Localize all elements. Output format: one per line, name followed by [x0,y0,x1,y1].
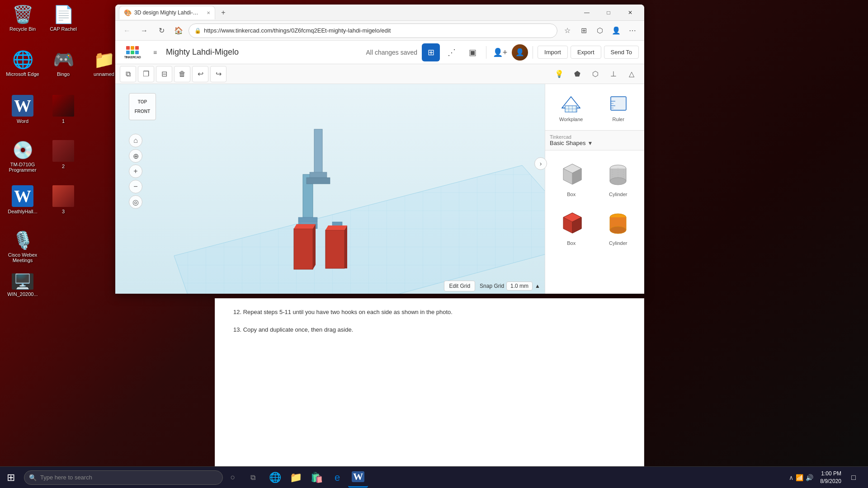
shape-cylinder-gray[interactable]: Cylinder [596,154,641,201]
user-avatar[interactable]: 👤 [512,44,528,61]
network-icon[interactable]: 📶 [796,474,803,481]
export-button[interactable]: Export [571,46,601,59]
desktop-icon-img2[interactable]: 2 [45,140,81,169]
project-name[interactable]: Mighty Lahdi-Migelo [166,47,361,57]
desktop-icon-tm-d710g[interactable]: 💿 TM-D710G Programmer [5,140,41,173]
desktop-icon-word[interactable]: W Word [5,95,41,124]
edge2-icon: e [335,472,340,483]
taskbar-word[interactable]: W [348,468,368,488]
desktop-icon-deathly-hall[interactable]: W DeathlyHall... [5,185,41,214]
undo-button[interactable]: ↩ [192,66,208,82]
box-red-icon [556,207,587,239]
tab-favicon: 🎨 [124,9,132,16]
svg-marker-11 [344,225,347,268]
tinkercad-logo[interactable]: TINKERCAD [121,44,144,61]
close-button[interactable]: ✕ [620,6,641,19]
svg-marker-7 [313,224,316,269]
word-document-panel: 12. Repeat steps 5-11 until you have two… [215,298,644,488]
start-button[interactable]: ⊞ [0,467,22,488]
desktop-icon-img3[interactable]: 3 [45,185,81,214]
clock-date: 8/9/2020 [820,478,841,485]
shape-cylinder-orange[interactable]: Cylinder [596,203,641,250]
desktop-icon-img1[interactable]: 1 [45,95,81,124]
url-bar[interactable]: 🔒 https://www.tinkercad.com/things/0Z6fc… [189,23,557,38]
taskbar-store[interactable]: 🛍️ [307,468,326,488]
taskbar-file-explorer[interactable]: 📁 [286,468,306,488]
add-user-button[interactable]: 👤+ [491,43,509,61]
view-1-button[interactable]: ⬟ [569,66,585,82]
duplicate-button[interactable]: ❐ [138,66,154,82]
svg-rect-12 [314,129,322,174]
taskbar-edge[interactable]: 🌐 [265,468,285,488]
snap-grid-value[interactable]: 1.0 mm [506,282,533,291]
store-icon: 🛍️ [311,472,323,483]
shape-box-red-label: Box [567,240,576,246]
mirror-button[interactable]: ⊟ [156,66,172,82]
desktop-icon-cap-rachel[interactable]: 📄 CAP Rachel [45,5,81,32]
collections-button[interactable]: ⊞ [576,23,591,38]
cylinder-gray-icon [602,158,634,190]
tinkercad-toolbar: TINKERCAD ≡ Mighty Lahdi-Migelo All chan… [115,41,644,64]
3d-viewport[interactable]: TOP FRONT ⌂ ⊕ + − ◎ [115,84,545,294]
edit-grid-button[interactable]: Edit Grid [444,281,475,291]
delete-button[interactable]: 🗑 [174,66,190,82]
clock[interactable]: 1:00 PM 8/9/2020 [820,470,841,485]
workplane-button[interactable]: Workplane [550,89,593,126]
address-bar-actions: ☆ ⊞ ⬡ 👤 ⋯ [560,23,640,38]
panel-scroll-button[interactable]: › [534,157,547,170]
view-3d-button[interactable]: ⊞ [422,43,440,61]
home-button[interactable]: 🏠 [171,23,186,38]
tab-close-button[interactable]: ✕ [207,10,210,15]
view-2-button[interactable]: ⬡ [587,66,604,82]
grid-menu-icon[interactable]: ≡ [149,46,161,59]
view-3-button[interactable]: ⊥ [605,66,622,82]
ruler-button[interactable]: Ruler [597,89,640,126]
ruler-icon [607,92,630,115]
search-icon: 🔍 [29,474,37,481]
user-profile-button[interactable]: 👤 [609,23,623,38]
notification-icon: □ [851,474,856,482]
minimize-button[interactable]: — [576,6,597,19]
new-tab-button[interactable]: + [217,6,230,19]
maximize-button[interactable]: □ [598,6,619,19]
notification-button[interactable]: □ [844,468,863,488]
forward-button[interactable]: → [137,23,151,38]
settings-menu-button[interactable]: ⋯ [625,23,640,38]
desktop-icon-bingo[interactable]: 🎮 Bingo [45,50,81,77]
import-button[interactable]: Import [538,46,568,59]
task-view-button[interactable]: ⧉ [243,468,263,488]
taskbar-edge2[interactable]: e [327,468,347,488]
redo-button[interactable]: ↪ [210,66,226,82]
category-name: Basic Shapes [550,140,586,146]
paste-button[interactable]: ⧉ [120,66,136,82]
tray-arrow-icon[interactable]: ∧ [789,474,793,481]
active-tab[interactable]: 🎨 3D design Mighty Lahdi-Migelo ✕ [119,6,215,19]
desktop-icon-edge[interactable]: 🌐 Microsoft Edge [5,50,41,77]
refresh-button[interactable]: ↻ [154,23,169,38]
shape-box-red[interactable]: Box [549,203,594,250]
light-icon[interactable]: 💡 [551,66,567,82]
send-to-button[interactable]: Send To [604,46,639,59]
chevron-down-icon: ▼ [588,140,593,146]
svg-rect-3 [298,217,317,223]
desktop-icon-cisco-webex[interactable]: 🎙️ Cisco Webex Meetings [5,230,41,263]
taskbar-search[interactable]: 🔍 Type here to search [24,470,223,485]
back-button[interactable]: ← [120,23,134,38]
view-wireframe-button[interactable]: ⋰ [443,43,461,61]
favorites-button[interactable]: ☆ [560,23,575,38]
view-4-button[interactable]: △ [623,66,640,82]
sound-icon[interactable]: 🔊 [806,474,813,481]
taskbar-right: ∧ 📶 🔊 1:00 PM 8/9/2020 □ [789,467,868,488]
lock-icon: 🔒 [194,28,201,34]
desktop-icon-win-img[interactable]: 🖥️ WIN_20200... [5,273,41,297]
desktop: 🗑️ Recycle Bin 📄 CAP Rachel 🌐 Microsoft … [0,0,868,488]
svg-rect-9 [326,230,344,268]
shape-box-gray[interactable]: Box [549,154,594,201]
extensions-button[interactable]: ⬡ [593,23,607,38]
category-select[interactable]: Basic Shapes ▼ [550,140,640,146]
cortana-button[interactable]: ○ [223,468,243,488]
desktop-icon-recycle-bin[interactable]: 🗑️ Recycle Bin [5,5,41,32]
word-taskbar-icon: W [352,471,364,482]
view-flat-button[interactable]: ▣ [463,43,481,61]
main-content: TOP FRONT ⌂ ⊕ + − ◎ [115,84,644,294]
